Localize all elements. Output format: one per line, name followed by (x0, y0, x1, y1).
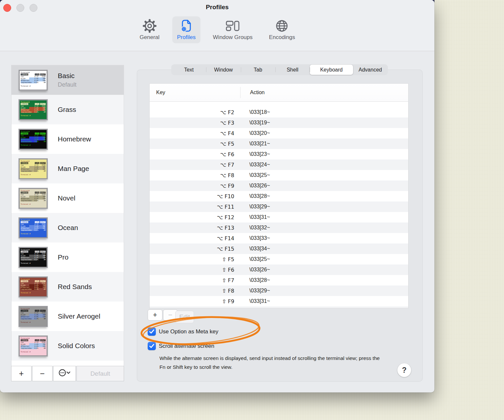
keymap-row[interactable]: ⌥ F13\033[32~ (150, 222, 408, 233)
checkbox-label: Scroll alternate screen (159, 343, 214, 349)
keymap-rows: ⌥ F2\033[18~⌥ F3\033[19~⌥ F4\033[20~⌥ F5… (150, 107, 408, 306)
default-button[interactable]: Default (76, 366, 124, 381)
add-profile-button[interactable]: + (11, 366, 32, 381)
more-options-button[interactable] (53, 366, 76, 381)
keymap-row[interactable]: ⌥ F4\033[20~ (150, 128, 408, 138)
keymap-key: ⌥ F2 (150, 109, 240, 116)
keymap-row[interactable]: ⌥ F15\033[34~ (150, 243, 408, 254)
keymap-row[interactable]: ⌥ F7\033[24~ (150, 159, 408, 170)
keymap-action: \033[21~ (240, 141, 408, 147)
settings-tabbar: TextWindowTabShellKeyboardAdvanced (171, 64, 388, 75)
tab-window[interactable]: Window (206, 65, 241, 75)
keymap-key: ⌥ F4 (150, 130, 240, 136)
use-option-as-meta-checkbox[interactable] (148, 327, 156, 336)
keymap-row[interactable]: ⌥ F9\033[26~ (150, 180, 408, 191)
keymap-row[interactable]: ⌥ F6\033[23~ (150, 149, 408, 159)
keymap-key: ⌥ F14 (150, 235, 240, 242)
profile-row-solid-colors[interactable]: Terminal#COMMAND%CPURPRVTtop4.1%231KXcod… (11, 331, 124, 361)
keymap-action: \033[33~ (240, 235, 408, 241)
column-header-key: Key (150, 90, 240, 95)
add-keymap-button[interactable]: + (148, 309, 162, 321)
toolbar-item-window-groups[interactable]: Window Groups (209, 16, 257, 43)
keymap-key: ⌥ F3 (150, 120, 240, 126)
keymap-key: ⇧ F6 (150, 267, 240, 273)
keymap-action: \033[31~ (240, 298, 408, 304)
toolbar-item-label: Window Groups (213, 34, 253, 41)
profile-thumbnail: Terminal#COMMAND%CPURPRVTtop4.1%231KXcod… (19, 188, 48, 209)
keymap-row[interactable]: ⇧ F6\033[26~ (150, 264, 408, 275)
keymap-key: ⇧ F5 (150, 256, 240, 262)
keymap-key: ⇧ F8 (150, 288, 240, 294)
toolbar-item-profiles[interactable]: Profiles (172, 16, 200, 43)
tab-advanced[interactable]: Advanced (353, 65, 388, 75)
keymap-action: \033[26~ (240, 183, 408, 189)
profile-thumbnail: Terminal#COMMAND%CPURPRVTtop4.1%231KXcod… (19, 129, 48, 150)
keymap-table: Key Action ⌥ F2\033[18~⌥ F3\033[19~⌥ F4\… (149, 83, 409, 308)
keymap-key: ⌥ F7 (150, 162, 240, 168)
keymap-row[interactable]: ⇧ F5\033[25~ (150, 254, 408, 264)
profile-labels: Pro (58, 253, 69, 261)
keymap-row[interactable]: ⌥ F12\033[31~ (150, 212, 408, 222)
tab-shell[interactable]: Shell (275, 65, 310, 75)
remove-profile-button[interactable]: − (32, 366, 52, 381)
keymap-row[interactable]: ⌥ F8\033[25~ (150, 170, 408, 180)
profile-row-silver-aerogel[interactable]: Terminal#COMMAND%CPURPRVTtop4.1%231KXcod… (11, 302, 124, 331)
profile-labels: Grass (58, 106, 76, 114)
profile-thumbnail: Terminal#COMMAND%CPURPRVTtop4.1%231KXcod… (19, 247, 48, 268)
scroll-alternate-screen-checkbox[interactable] (148, 342, 156, 350)
profile-name: Grass (58, 106, 76, 114)
profile-row-grass[interactable]: Terminal#COMMAND%CPURPRVTtop4.1%231KXcod… (11, 95, 124, 124)
keymap-action: \033[20~ (240, 130, 408, 136)
keymap-row[interactable]: ⌥ F2\033[18~ (150, 107, 408, 117)
profile-name: Ocean (58, 224, 78, 232)
profile-list: Terminal#COMMAND%CPURPRVTtop4.1%231KXcod… (11, 65, 124, 361)
profile-row-pro[interactable]: Terminal#COMMAND%CPURPRVTtop4.1%231KXcod… (11, 242, 124, 272)
keymap-action: \033[32~ (240, 225, 408, 231)
edit-keymap-button[interactable]: Edit (175, 311, 194, 323)
column-header-action: Action (240, 90, 408, 95)
profile-row-basic[interactable]: Terminal#COMMAND%CPURPRVTtop4.1%231KXcod… (11, 65, 124, 95)
keymap-key: ⌥ F13 (150, 225, 240, 231)
tab-tab[interactable]: Tab (241, 65, 275, 75)
profile-row-man-page[interactable]: Terminal#COMMAND%CPURPRVTtop4.1%231KXcod… (11, 154, 124, 183)
keymap-action: \033[29~ (240, 288, 408, 294)
keymap-action: \033[23~ (240, 151, 408, 157)
keymap-row[interactable]: ⌥ F10\033[28~ (150, 191, 408, 201)
table-partial-row (150, 306, 408, 308)
keymap-row[interactable]: ⌥ F11\033[29~ (150, 201, 408, 212)
tab-keyboard[interactable]: Keyboard (310, 65, 353, 75)
keymap-action: \033[34~ (240, 246, 408, 252)
keymap-row[interactable]: ⌥ F5\033[21~ (150, 138, 408, 149)
profile-row-homebrew[interactable]: Terminal#COMMAND%CPURPRVTtop4.1%231KXcod… (11, 124, 124, 154)
ellipsis-circle-chevron-icon (58, 369, 71, 379)
tab-text[interactable]: Text (172, 65, 206, 75)
table-scroll-gap (150, 102, 408, 107)
keymap-row[interactable]: ⇧ F8\033[29~ (150, 285, 408, 296)
keymap-row[interactable]: ⇧ F9\033[31~ (150, 296, 408, 306)
keymap-key: ⌥ F15 (150, 246, 240, 252)
keymap-action: \033[24~ (240, 162, 408, 168)
keymap-key: ⌥ F8 (150, 172, 240, 178)
keymap-row[interactable]: ⇧ F7\033[28~ (150, 275, 408, 285)
keymap-action: \033[28~ (240, 193, 408, 199)
profile-sidebar: Terminal#COMMAND%CPURPRVTtop4.1%231KXcod… (11, 65, 124, 381)
toolbar-item-general[interactable]: General (136, 16, 164, 43)
window-title: Profiles (0, 4, 434, 11)
profile-labels: BasicDefault (58, 72, 76, 88)
checkbox-label: Use Option as Meta key (159, 328, 218, 335)
keymap-action: \033[18~ (240, 109, 408, 115)
profile-labels: Novel (58, 194, 75, 202)
keymap-row[interactable]: ⌥ F14\033[33~ (150, 233, 408, 243)
profile-labels: Homebrew (58, 135, 91, 143)
scroll-alternate-screen-checkbox-row: Scroll alternate screen (148, 342, 214, 350)
keymap-row[interactable]: ⌥ F3\033[19~ (150, 117, 408, 128)
profile-labels: Silver Aerogel (58, 312, 100, 320)
profile-row-red-sands[interactable]: Terminal#COMMAND%CPURPRVTtop4.1%231KXcod… (11, 272, 124, 302)
keymap-key: ⇧ F9 (150, 298, 240, 304)
profile-row-novel[interactable]: Terminal#COMMAND%CPURPRVTtop4.1%231KXcod… (11, 183, 124, 213)
keymap-key: ⌥ F10 (150, 193, 240, 200)
help-button[interactable]: ? (397, 363, 411, 377)
profile-row-ocean[interactable]: Terminal#COMMAND%CPURPRVTtop4.1%231KXcod… (11, 213, 124, 242)
alternate-screen-note: While the alternate screen is displayed,… (159, 354, 380, 371)
toolbar-item-encodings[interactable]: Encodings (265, 16, 299, 43)
